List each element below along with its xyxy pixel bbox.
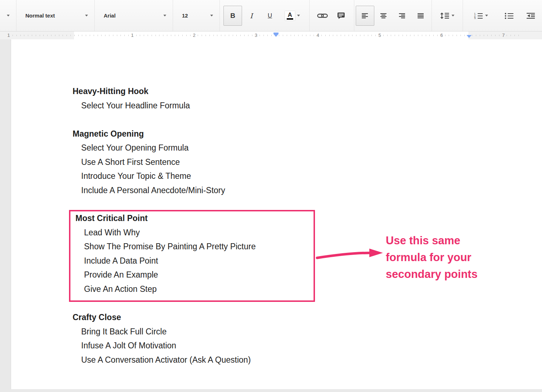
chevron-down-icon [485,15,488,16]
document-content[interactable]: Heavy-Hitting Hook Select Your Headline … [11,39,542,367]
ruler-number: 2 [192,33,196,38]
chevron-down-icon [7,15,10,16]
doc-line[interactable]: Give An Action Step [75,282,314,297]
text-color-icon: A [285,11,295,20]
list-group: 1. 2. 3. [463,0,539,31]
bold-icon: B [230,12,235,20]
doc-line[interactable]: Provide An Example [75,268,314,282]
annotation-line: formula for your [386,249,478,266]
ruler-number: 6 [439,33,444,38]
font-size-value: 12 [182,13,188,19]
doc-section-heavy-hitting-hook: Heavy-Hitting Hook Select Your Headline … [73,84,542,113]
ruler-number: 4 [315,33,320,38]
annotation-line: Use this same [386,232,478,249]
chevron-down-icon [210,15,213,16]
text-color-button[interactable]: A [279,6,306,26]
ruler-ticks [13,35,520,36]
font-size-dropdown[interactable]: 12 [173,0,220,31]
insert-link-button[interactable] [313,6,332,26]
font-family-dropdown[interactable]: Arial [95,0,173,31]
doc-section-magnetic-opening: Magnetic Opening Select Your Opening For… [73,127,542,198]
doc-line[interactable]: Show The Promise By Painting A Pretty Pi… [75,240,314,254]
doc-line[interactable]: Introduce Your Topic & Theme [73,169,542,183]
doc-line[interactable]: Select Your Headline Formula [73,99,542,113]
underline-button[interactable]: U [261,6,279,26]
doc-line[interactable]: Use A Short First Sentence [73,155,542,170]
doc-section-crafty-close: Crafty Close Bring It Back Full Circle I… [73,310,542,367]
paragraph-style-dropdown[interactable]: Normal text [16,0,94,31]
doc-line[interactable]: Use A Conversation Activator (Ask A Ques… [73,353,542,367]
section-heading[interactable]: Heavy-Hitting Hook [73,84,542,99]
numbered-list-icon: 1. 2. 3. [474,13,483,19]
chevron-down-icon [452,15,454,16]
toolbar: Normal text Arial 12 B I U A [0,0,542,31]
link-icon [317,13,328,19]
annotation-highlight-box: Most Critical Point Lead With Why Show T… [69,210,315,302]
bulleted-list-button[interactable] [495,6,523,26]
font-family-value: Arial [104,13,115,19]
numbered-list-button[interactable]: 1. 2. 3. [467,6,495,26]
svg-text:3.: 3. [474,16,476,19]
ruler-number: 5 [377,33,382,38]
line-spacing-icon [440,13,449,19]
app-background [0,389,542,392]
chevron-down-icon [163,15,166,16]
document-page[interactable]: Heavy-Hitting Hook Select Your Headline … [11,39,542,389]
indent-marker-left[interactable] [274,33,279,37]
ruler-number: 7 [501,33,506,38]
paragraph-style-value: Normal text [25,13,55,19]
doc-line[interactable]: Lead With Why [75,226,314,240]
annotation-text: Use this same formula for your secondary… [386,232,478,283]
decrease-indent-icon [527,13,535,19]
toolbar-overflow-button[interactable] [0,0,16,31]
insert-group [310,0,354,31]
align-justify-button[interactable] [412,6,430,26]
doc-line[interactable]: Include A Data Point [75,254,314,268]
align-right-icon [399,13,405,19]
align-center-button[interactable] [374,6,393,26]
comment-icon [337,12,345,19]
doc-line[interactable]: Bring It Back Full Circle [73,325,542,339]
italic-icon: I [250,12,253,20]
align-right-button[interactable] [393,6,412,26]
alignment-group [354,0,432,31]
ruler[interactable]: 1 1 2 3 4 5 6 7 [0,31,542,39]
bold-button[interactable]: B [223,6,242,26]
ruler-number: 1 [130,33,134,38]
decrease-indent-button[interactable] [523,6,539,26]
italic-button[interactable]: I [242,6,261,26]
section-heading[interactable]: Magnetic Opening [73,127,542,141]
insert-comment-button[interactable] [332,6,350,26]
doc-line[interactable]: Infuse A Jolt Of Motivation [73,339,542,353]
annotation-arrow-icon [315,245,386,263]
line-spacing-group [432,0,463,31]
section-heading[interactable]: Most Critical Point [75,211,314,226]
annotation-line: secondary points [386,266,478,283]
align-justify-icon [418,13,424,19]
ruler-number: 3 [253,33,258,38]
indent-marker-right[interactable] [467,35,472,38]
align-left-button[interactable] [356,6,374,26]
text-format-group: B I U A [220,0,309,31]
chevron-down-icon [297,15,300,16]
doc-line[interactable]: Include A Personal Anecdote/Mini-Story [73,183,542,198]
underline-icon: U [268,12,272,19]
align-center-icon [380,13,387,19]
chevron-down-icon [85,15,88,16]
align-left-icon [362,13,368,19]
section-heading[interactable]: Crafty Close [73,310,542,325]
ruler-number: 1 [6,33,11,38]
doc-line[interactable]: Select Your Opening Formula [73,141,542,155]
bulleted-list-icon [504,13,514,19]
line-spacing-button[interactable] [435,6,459,26]
